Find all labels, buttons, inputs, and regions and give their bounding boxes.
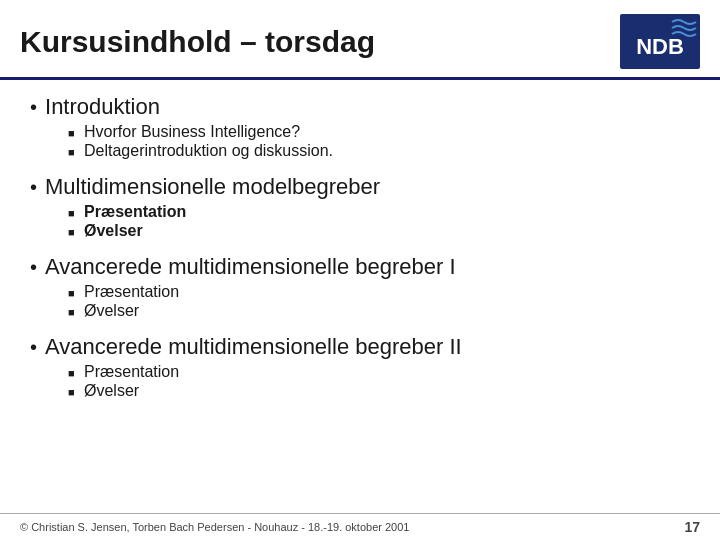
sub-bullets-multi1: ■ Præsentation ■ Øvelser <box>68 203 690 240</box>
bullet-dot-4: • <box>30 336 37 359</box>
avance1-title: Avancerede multidimensionelle begreber I <box>45 254 456 280</box>
sub-bullet-1-1: ■ Hvorfor Business Intelligence? <box>68 123 690 141</box>
sub-text-3-2: Øvelser <box>84 302 139 320</box>
sub-dot-1-1: ■ <box>68 127 76 139</box>
section-avance1: • Avancerede multidimensionelle begreber… <box>30 254 690 320</box>
section-multi1: • Multidimensionelle modelbegreber ■ Præ… <box>30 174 690 240</box>
sub-text-3-1: Præsentation <box>84 283 179 301</box>
ndb-logo: NDB <box>620 14 700 69</box>
svg-text:NDB: NDB <box>636 34 684 59</box>
bullet-dot-1: • <box>30 96 37 119</box>
sub-dot-2-1: ■ <box>68 207 76 219</box>
footer-copyright: © Christian S. Jensen, Torben Bach Peder… <box>20 521 409 533</box>
sub-text-2-1: Præsentation <box>84 203 186 221</box>
content-area: • Introduktion ■ Hvorfor Business Intell… <box>0 86 720 513</box>
sub-bullets-intro: ■ Hvorfor Business Intelligence? ■ Delta… <box>68 123 690 160</box>
sub-dot-1-2: ■ <box>68 146 76 158</box>
sub-bullet-1-2: ■ Deltagerintroduktion og diskussion. <box>68 142 690 160</box>
main-bullet-avance2: • Avancerede multidimensionelle begreber… <box>30 334 690 360</box>
sub-bullet-3-2: ■ Øvelser <box>68 302 690 320</box>
bullet-dot-3: • <box>30 256 37 279</box>
sub-dot-4-2: ■ <box>68 386 76 398</box>
sub-dot-3-2: ■ <box>68 306 76 318</box>
footer-page-number: 17 <box>684 519 700 535</box>
sub-dot-4-1: ■ <box>68 367 76 379</box>
sub-bullets-avance2: ■ Præsentation ■ Øvelser <box>68 363 690 400</box>
sub-text-2-2: Øvelser <box>84 222 143 240</box>
main-bullet-intro: • Introduktion <box>30 94 690 120</box>
slide: Kursusindhold – torsdag NDB • Introdukti… <box>0 0 720 540</box>
intro-title: Introduktion <box>45 94 160 120</box>
sub-bullet-2-2: ■ Øvelser <box>68 222 690 240</box>
sub-bullet-2-1: ■ Præsentation <box>68 203 690 221</box>
sub-text-1-2: Deltagerintroduktion og diskussion. <box>84 142 333 160</box>
sub-bullet-4-1: ■ Præsentation <box>68 363 690 381</box>
sub-text-4-2: Øvelser <box>84 382 139 400</box>
main-bullet-multi1: • Multidimensionelle modelbegreber <box>30 174 690 200</box>
slide-title: Kursusindhold – torsdag <box>20 25 375 59</box>
multi1-title: Multidimensionelle modelbegreber <box>45 174 380 200</box>
bullet-dot-2: • <box>30 176 37 199</box>
sub-bullet-3-1: ■ Præsentation <box>68 283 690 301</box>
header: Kursusindhold – torsdag NDB <box>0 0 720 80</box>
sub-dot-2-2: ■ <box>68 226 76 238</box>
sub-bullet-4-2: ■ Øvelser <box>68 382 690 400</box>
sub-text-1-1: Hvorfor Business Intelligence? <box>84 123 300 141</box>
section-avance2: • Avancerede multidimensionelle begreber… <box>30 334 690 400</box>
main-bullet-avance1: • Avancerede multidimensionelle begreber… <box>30 254 690 280</box>
avance2-title: Avancerede multidimensionelle begreber I… <box>45 334 462 360</box>
footer: © Christian S. Jensen, Torben Bach Peder… <box>0 513 720 540</box>
sub-text-4-1: Præsentation <box>84 363 179 381</box>
sub-dot-3-1: ■ <box>68 287 76 299</box>
section-intro: • Introduktion ■ Hvorfor Business Intell… <box>30 94 690 160</box>
sub-bullets-avance1: ■ Præsentation ■ Øvelser <box>68 283 690 320</box>
